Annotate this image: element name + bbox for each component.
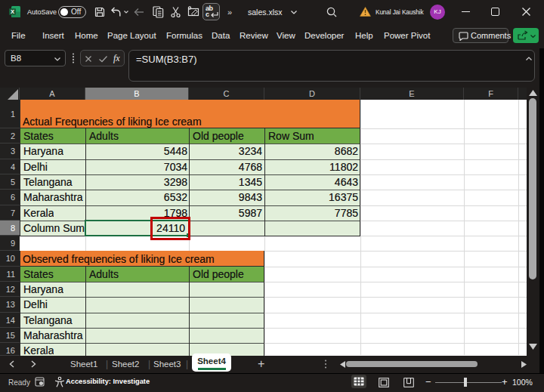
svg-text:X: X (11, 8, 14, 15)
